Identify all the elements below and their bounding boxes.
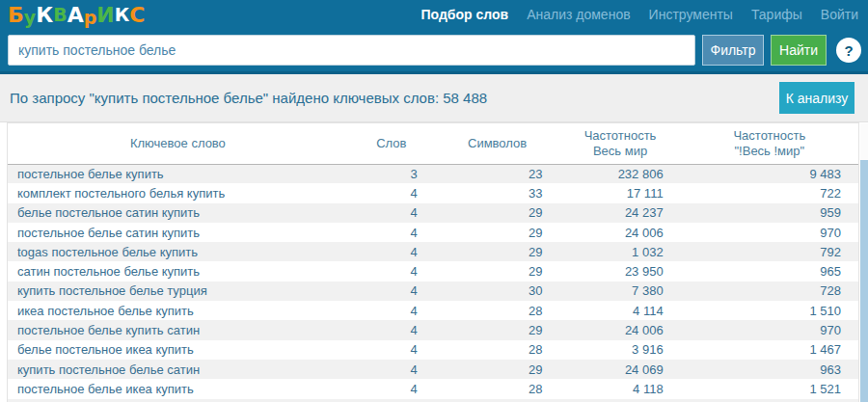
words-cell: 4 xyxy=(348,203,435,223)
nav-word-selection[interactable]: Подбор слов xyxy=(421,7,509,22)
freq-world-cell: 3 916 xyxy=(559,340,680,360)
words-cell: 4 xyxy=(348,242,435,261)
keywords-table: Ключевое слово Слов Символов Частотность… xyxy=(7,122,859,402)
words-cell: 4 xyxy=(348,261,435,281)
nav-tariffs[interactable]: Тарифы xyxy=(751,7,802,22)
freq-world-cell: 23 950 xyxy=(559,261,680,281)
search-bar: Фильтр Найти ? xyxy=(0,29,868,74)
table-row: комплект постельного белья купить 4 33 1… xyxy=(8,183,858,202)
chars-cell: 33 xyxy=(435,183,560,202)
words-cell: 4 xyxy=(348,223,435,242)
freq-exact-cell: 970 xyxy=(681,223,858,242)
freq-exact-cell: 722 xyxy=(681,183,858,202)
chars-cell: 30 xyxy=(435,281,560,301)
chars-cell: 29 xyxy=(435,203,560,223)
col-header-chars[interactable]: Символов xyxy=(435,123,560,164)
nav-domain-analysis[interactable]: Анализ доменов xyxy=(527,7,630,22)
keyword-cell[interactable]: постельное белье икеа купить xyxy=(8,379,348,398)
table-row: икеа постельное белье купить 4 28 4 114 … xyxy=(8,301,858,320)
words-cell: 4 xyxy=(348,340,435,360)
scrollbar-thumb[interactable] xyxy=(860,160,868,402)
chars-cell: 23 xyxy=(435,164,560,183)
logo-letter: Б xyxy=(8,5,24,26)
freq-exact-cell: 9 483 xyxy=(681,164,858,183)
chars-cell: 29 xyxy=(435,242,560,261)
chars-cell: 29 xyxy=(435,360,560,379)
table-row: белье постельное икеа купить 4 28 3 916 … xyxy=(8,340,858,360)
keyword-cell[interactable]: белье постельное икеа купить xyxy=(8,340,348,360)
chars-cell: 29 xyxy=(435,261,560,281)
freq-exact-cell: 1 521 xyxy=(681,379,858,398)
chars-cell: 28 xyxy=(435,340,560,360)
main-nav: Подбор слов Анализ доменов Инструменты Т… xyxy=(421,7,859,22)
freq-world-cell: 17 111 xyxy=(559,183,680,202)
logo-letter: В xyxy=(53,6,67,24)
analyze-button[interactable]: К анализу xyxy=(779,82,854,114)
freq-world-cell: 4 118 xyxy=(559,379,680,398)
logo-letter: А xyxy=(68,5,84,26)
table-row: купить постельное белье сатин 4 29 24 06… xyxy=(8,360,858,379)
find-button[interactable]: Найти xyxy=(771,35,827,66)
keyword-cell[interactable]: постельное белье купить сатин xyxy=(8,320,348,339)
chars-cell: 28 xyxy=(435,379,560,398)
freq-world-cell: 232 806 xyxy=(559,164,680,183)
freq-exact-cell: 792 xyxy=(681,242,858,261)
keyword-cell[interactable]: икеа постельное белье купить xyxy=(8,301,348,320)
freq-world-cell: 1 032 xyxy=(559,242,680,261)
results-summary: По запросу "купить постельное белье" най… xyxy=(10,90,487,106)
words-cell: 4 xyxy=(348,281,435,301)
table-row: togas постельное белье купить 4 29 1 032… xyxy=(8,242,858,261)
nav-tools[interactable]: Инструменты xyxy=(649,7,733,22)
table-row: постельное белье купить 3 23 232 806 9 4… xyxy=(8,164,858,183)
nav-login[interactable]: Войти xyxy=(821,7,858,22)
bukvarix-logo[interactable]: Б у К В А р И К С xyxy=(8,5,145,26)
keyword-cell[interactable]: сатин постельное белье купить xyxy=(8,261,348,281)
table-row: постельное белье купить сатин 4 29 24 00… xyxy=(8,320,858,339)
keyword-cell[interactable]: комплект постельного белья купить xyxy=(8,183,348,202)
search-input[interactable] xyxy=(8,35,695,66)
keyword-cell[interactable]: постельное белье купить xyxy=(8,164,348,183)
logo-letter: С xyxy=(129,5,145,26)
freq-world-cell: 24 069 xyxy=(559,360,680,379)
logo-letter: К xyxy=(115,6,130,24)
freq-exact-cell: 959 xyxy=(681,203,858,223)
table-row: постельное белье сатин купить 4 29 24 00… xyxy=(8,223,858,242)
logo-letter: у xyxy=(24,9,36,27)
table-header-row: Ключевое слово Слов Символов Частотность… xyxy=(8,123,858,164)
col-header-freq-world[interactable]: ЧастотностьВесь мир xyxy=(559,123,680,164)
freq-exact-cell: 728 xyxy=(681,281,858,301)
results-bar: По запросу "купить постельное белье" най… xyxy=(0,74,868,122)
keyword-cell[interactable]: togas постельное белье купить xyxy=(8,242,348,261)
freq-exact-cell: 970 xyxy=(681,320,858,339)
col-header-words[interactable]: Слов xyxy=(348,123,435,164)
freq-world-cell: 24 237 xyxy=(559,203,680,223)
freq-world-cell: 7 380 xyxy=(559,281,680,301)
logo-letter: К xyxy=(36,5,53,26)
keyword-cell[interactable]: купить постельное белье турция xyxy=(8,281,348,301)
logo-letter: р xyxy=(84,9,97,27)
words-cell: 4 xyxy=(348,360,435,379)
keyword-cell[interactable]: постельное белье сатин купить xyxy=(8,223,348,242)
freq-exact-cell: 1 467 xyxy=(681,340,858,360)
col-header-keyword[interactable]: Ключевое слово xyxy=(8,123,348,164)
keyword-cell[interactable]: белье постельное сатин купить xyxy=(8,203,348,223)
table-row: купить постельное белье турция 4 30 7 38… xyxy=(8,281,858,301)
col-header-freq-exact[interactable]: Частотность"!Весь !мир" xyxy=(681,123,858,164)
table-row: сатин постельное белье купить 4 29 23 95… xyxy=(8,261,858,281)
keyword-cell[interactable]: купить постельное белье сатин xyxy=(8,360,348,379)
words-cell: 4 xyxy=(348,301,435,320)
words-cell: 4 xyxy=(348,379,435,398)
words-cell: 3 xyxy=(348,164,435,183)
freq-exact-cell: 965 xyxy=(681,261,858,281)
filter-button[interactable]: Фильтр xyxy=(702,35,764,66)
freq-world-cell: 4 114 xyxy=(559,301,680,320)
vertical-scrollbar[interactable] xyxy=(860,123,868,402)
words-cell: 4 xyxy=(348,320,435,339)
freq-world-cell: 24 006 xyxy=(559,320,680,339)
chars-cell: 29 xyxy=(435,223,560,242)
help-icon[interactable]: ? xyxy=(836,38,861,63)
table-row: белье постельное сатин купить 4 29 24 23… xyxy=(8,203,858,223)
chars-cell: 28 xyxy=(435,301,560,320)
top-bar: Б у К В А р И К С Подбор слов Анализ дом… xyxy=(0,0,868,29)
freq-exact-cell: 963 xyxy=(681,360,858,379)
